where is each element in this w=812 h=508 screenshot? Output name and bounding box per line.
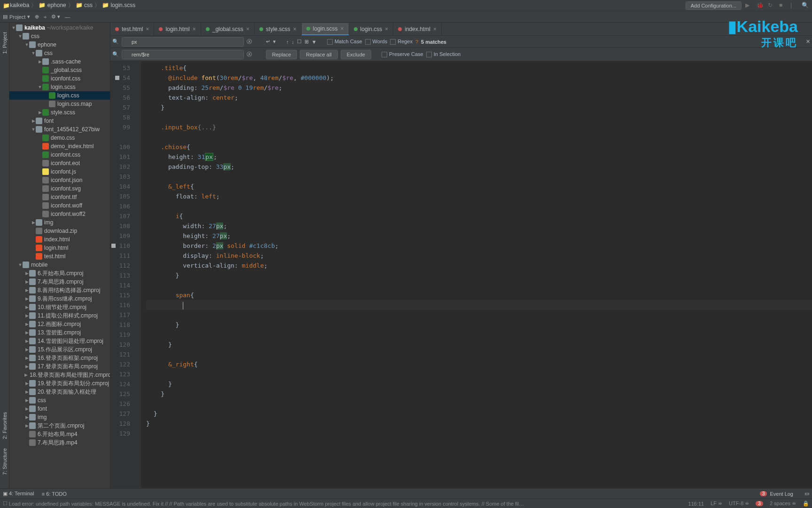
editor-tab[interactable]: index.html× xyxy=(393,23,442,35)
tree-item[interactable]: 7.布局思路.mp4 xyxy=(9,438,110,447)
tree-item[interactable]: ▼font_1455412_627biw xyxy=(9,125,110,134)
exclude-button[interactable]: Exclude xyxy=(341,50,371,59)
tree-item[interactable]: ▶19.登录页面布局划分.cmproj xyxy=(9,379,110,388)
structure-tool-button[interactable]: 7: Structure xyxy=(2,448,8,475)
memory-indicator-icon[interactable]: ▭ xyxy=(804,491,809,497)
history-icon[interactable]: ▾ xyxy=(273,39,276,45)
tree-item[interactable]: login.html xyxy=(9,244,110,252)
tree-item[interactable]: index.html xyxy=(9,235,110,244)
tree-item[interactable]: ▶8.善用结构选择器.cmproj xyxy=(9,286,110,294)
editor-tab[interactable]: _global.scss× xyxy=(201,23,255,35)
close-tab-icon[interactable]: × xyxy=(341,25,344,32)
select-all-icon[interactable]: ☐ xyxy=(297,39,302,45)
tree-item[interactable]: ▼css xyxy=(9,49,110,57)
find-input[interactable] xyxy=(122,37,244,47)
tree-item[interactable]: download.zip xyxy=(9,227,110,235)
error-count[interactable]: 3 xyxy=(756,501,763,506)
tree-item[interactable]: 6.开始布局.mp4 xyxy=(9,430,110,438)
tree-item[interactable]: ▶16.登录页面框架.cmproj xyxy=(9,354,110,362)
words-checkbox[interactable] xyxy=(365,39,371,45)
stop2-icon[interactable]: ■ xyxy=(779,2,787,9)
tree-item[interactable]: ▶13.雪碧图.cmproj xyxy=(9,328,110,337)
locate-icon[interactable]: ⊕ xyxy=(35,14,39,20)
tree-item[interactable]: ▶9.善用css继承.cmproj xyxy=(9,294,110,303)
tree-item[interactable]: ▼mobile xyxy=(9,261,110,269)
in-selection-checkbox[interactable] xyxy=(426,52,432,57)
editor-tab[interactable]: login.html× xyxy=(154,23,201,35)
tree-item[interactable]: iconfont.svg xyxy=(9,184,110,193)
regex-checkbox[interactable] xyxy=(390,39,396,45)
tree-item[interactable]: ▶20.登录页面输入框处理 xyxy=(9,388,110,396)
editor-tabs[interactable]: test.html×login.html×_global.scss×style.… xyxy=(110,23,812,36)
tree-item[interactable]: ▶12.画图标.cmproj xyxy=(9,320,110,328)
tree-item[interactable]: ▼css xyxy=(9,32,110,40)
prev-match-icon[interactable]: ↑ xyxy=(286,39,289,45)
tree-item[interactable]: ▶10.细节处理.cmproj xyxy=(9,303,110,311)
filter-icon[interactable]: ▼ xyxy=(312,39,317,45)
tree-item[interactable]: ▶img xyxy=(9,413,110,421)
tree-item[interactable]: ▶6.开始布局.cmproj xyxy=(9,269,110,278)
newline-icon[interactable]: ↵ xyxy=(266,39,270,45)
tree-item[interactable]: ▶font xyxy=(9,405,110,413)
add-selection-icon[interactable]: ⊞ xyxy=(304,39,309,45)
editor-tab[interactable]: style.scss× xyxy=(255,23,302,35)
tree-item[interactable]: ▶style.scss xyxy=(9,108,110,117)
tree-item[interactable]: login.css xyxy=(9,91,110,100)
add-configuration-button[interactable]: Add Configuration... xyxy=(686,1,742,10)
close-tab-icon[interactable]: × xyxy=(146,26,149,32)
project-dropdown[interactable]: ▤ Project ▾ xyxy=(3,14,30,20)
tree-item[interactable]: ▼ephone xyxy=(9,40,110,49)
tree-item[interactable]: ▶img xyxy=(9,218,110,227)
debug-icon[interactable]: 🐞 xyxy=(757,2,764,9)
tree-item[interactable]: ▼login.scss xyxy=(9,83,110,91)
tree-item[interactable]: ▶.sass-cache xyxy=(9,57,110,66)
preserve-case-checkbox[interactable] xyxy=(382,52,387,57)
encoding[interactable]: UTF-8 ≑ xyxy=(729,500,749,507)
tree-item[interactable]: iconfont.woff xyxy=(9,201,110,210)
tree-item[interactable]: ▶第二个页面.cmproj xyxy=(9,421,110,430)
next-match-icon[interactable]: ↓ xyxy=(292,39,295,45)
clear-replace-icon[interactable]: ⓧ xyxy=(247,51,252,58)
tree-item[interactable]: demo.css xyxy=(9,134,110,142)
terminal-button[interactable]: ▣ 4: Terminal xyxy=(3,491,34,497)
editor-tab[interactable]: test.html× xyxy=(110,23,154,35)
tree-item[interactable]: iconfont.css xyxy=(9,74,110,83)
hide-icon[interactable]: — xyxy=(65,14,70,20)
tree-item[interactable]: login.css.map xyxy=(9,100,110,108)
replace-all-button[interactable]: Replace all xyxy=(300,50,337,59)
path-breadcrumb[interactable]: kaikeba〉📁 ephone〉📁 css〉📁 login.scss xyxy=(10,1,135,9)
editor-tab[interactable]: login.css× xyxy=(349,23,394,35)
match-case-checkbox[interactable] xyxy=(327,39,333,45)
clear-icon[interactable]: ⓧ xyxy=(247,38,252,45)
project-tool-button[interactable]: 1: Project xyxy=(2,32,8,54)
close-tab-icon[interactable]: × xyxy=(433,26,437,32)
tree-item[interactable]: ▶17.登录页面布局.cmproj xyxy=(9,362,110,371)
replace-button[interactable]: Replace xyxy=(266,50,297,59)
tree-item[interactable]: ▶css xyxy=(9,396,110,405)
help-icon[interactable]: ? xyxy=(415,39,418,45)
replace-input[interactable] xyxy=(122,50,244,59)
tree-item[interactable]: demo_index.html xyxy=(9,142,110,151)
tree-item[interactable]: test.html xyxy=(9,252,110,261)
tree-item[interactable]: ▶7.布局思路.cmproj xyxy=(9,278,110,286)
search-icon[interactable]: 🔍 xyxy=(802,2,809,9)
event-log-button[interactable]: 3 Event Log xyxy=(760,491,793,497)
close-tab-icon[interactable]: × xyxy=(193,26,196,32)
tree-item[interactable]: ▶font xyxy=(9,117,110,125)
close-tab-icon[interactable]: × xyxy=(385,26,388,32)
tree-item[interactable]: _global.scss xyxy=(9,66,110,74)
code-editor[interactable]: 53 545556575899 100101102103104105106107… xyxy=(110,61,812,488)
project-tree[interactable]: ▼ kaikeba ~/workspace/kaike ▼css▼ephone▼… xyxy=(9,23,110,487)
tree-item[interactable]: iconfont.eot xyxy=(9,159,110,167)
todo-button[interactable]: ≡ 6: TODO xyxy=(42,491,67,497)
close-tab-icon[interactable]: × xyxy=(246,26,250,32)
editor-tab[interactable]: login.scss× xyxy=(302,23,349,35)
collapse-icon[interactable]: ÷ xyxy=(44,14,47,20)
fold-column[interactable] xyxy=(134,61,141,488)
close-find-icon[interactable]: ✕ xyxy=(806,39,810,45)
run-icon[interactable]: ▶ xyxy=(745,2,753,9)
tree-item[interactable]: iconfont.ttf xyxy=(9,193,110,201)
tree-item[interactable]: iconfont.css xyxy=(9,151,110,159)
settings-icon[interactable]: ⚙ ▾ xyxy=(51,14,60,20)
code-content[interactable]: .title{ @include font(30rem/$re, 48rem/$… xyxy=(141,61,812,488)
